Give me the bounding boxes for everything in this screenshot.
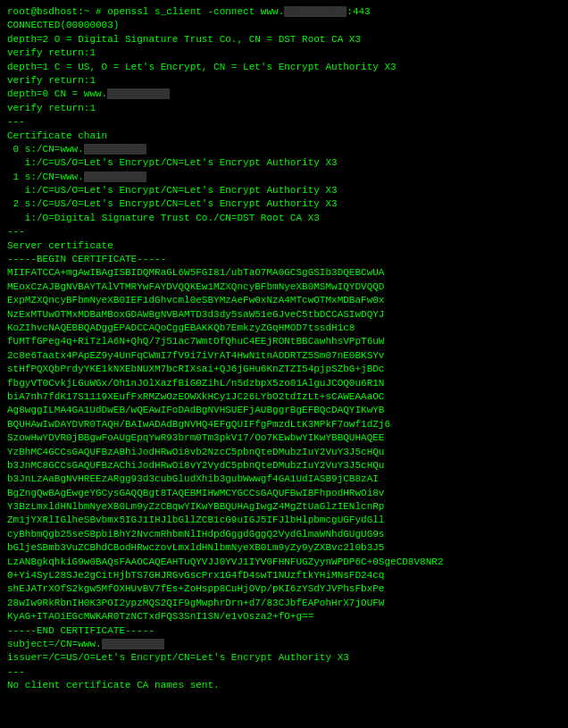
redacted-domain-1: XXXXXXXXXX [284, 6, 347, 17]
line-chain-2i: i:/O=Digital Signature Trust Co./CN=DST … [7, 212, 561, 225]
line-verify3: verify return:1 [7, 102, 561, 115]
line-verify1: verify return:1 [7, 46, 561, 60]
line-depth2: depth=2 O = Digital Signature Trust Co.,… [7, 33, 561, 46]
line-sep3: --- [7, 665, 561, 679]
line-command: root@bsdhost:~ # openssl s_client -conne… [7, 5, 561, 19]
cert-line-1: MIIFATCCA+mgAwIBAgISBIDQMRaGL6W5FGI81/ub… [7, 266, 561, 280]
cert-line-15: b3JnMC8GCCsGAQUFBzAChiJodHRwOi8vY2VydC5p… [7, 459, 561, 473]
cert-line-10: biA7nh7fdK17S1119XEufFxRMZwOzEOWXkHCy1JC… [7, 390, 561, 404]
line-cert-chain-header: Certificate chain [7, 130, 561, 143]
line-chain-1s: 1 s:/CN=www.XXXXXXXXXX [7, 171, 561, 184]
line-chain-1i: i:/C=US/O=Let's Encrypt/CN=Let's Encrypt… [7, 184, 561, 197]
cert-line-19: Zm1jYXRlIGlheSBvbmx5IGJ1IHJlbGllZCB1cG9u… [7, 514, 561, 527]
cert-line-21: bGljeSBmb3VuZCBhdCBodHRwczovLmxldHNlbmNy… [7, 541, 561, 555]
cert-line-24: shEJATrXOfS2kgw5MfOXHUvBV7fEs+ZoHspp8CuH… [7, 582, 561, 596]
cert-line-11: Ag8wggILMA4GA1UdDwEB/wQEAwIFoDAdBgNVHSUE… [7, 404, 561, 417]
line-depth1: depth=1 C = US, O = Let's Encrypt, CN = … [7, 61, 561, 74]
line-sep1: --- [7, 115, 561, 129]
cert-line-26: KyAG+ITAOiEGcMWKAR0TzNCTxdFQS3SnI1SN/e1v… [7, 610, 561, 623]
line-chain-0s: 0 s:/CN=www.XXXXXXXXXX [7, 143, 561, 156]
line-depth0: depth=0 CN = www.XXXXXXXXXX [7, 88, 561, 101]
cert-line-5: KoZIhvcNAQEBBQADggEPADCCAQoCggEBAKKQb7Em… [7, 322, 561, 335]
line-end-cert: -----END CERTIFICATE----- [7, 624, 561, 638]
redacted-domain-2: XXXXXXXXXX [107, 88, 170, 99]
line-begin-cert: -----BEGIN CERTIFICATE----- [7, 253, 561, 266]
line-sep2: --- [7, 225, 561, 238]
cert-line-18: Y3BzLmxldHNlbmNyeXB0Lm9yZzCBqwYIKwYBBQUH… [7, 500, 561, 514]
cert-line-25: 28wIw9RkRbnIH0K3POI2ypzMQS2QIF9gMwphrDrn… [7, 597, 561, 610]
cert-line-14: YzBhMC4GCCsGAQUFBzABhiJodHRwOi8vb2NzcC5p… [7, 446, 561, 459]
redacted-domain-3: XXXXXXXXXX [84, 144, 146, 155]
redacted-domain-5: XXXXXXXXXX [102, 639, 164, 649]
cert-line-8: stHfPQXQbPrdyYKE1kNXEbNUXM7bcRIXsai+QJ6j… [7, 363, 561, 376]
cert-line-3: ExpMZXQncyBFbmNyeXB0IEF1dGhvcml0eSBYMzAe… [7, 294, 561, 307]
line-connected: CONNECTED(00000003) [7, 19, 561, 32]
cert-line-4: NzExMTUwOTMxMDBaMBoxGDAWBgNVBAMTD3d3dy5s… [7, 308, 561, 322]
cert-line-17: BgZngQwBAgEwgeYGCysGAQQBgt8TAQEBMIHWMCYG… [7, 487, 561, 500]
cert-line-23: 0+Yi4SyL28SJe2gCitHjbTS7GHJRGvGscPrx1G4f… [7, 569, 561, 582]
line-issuer: issuer=/C=US/O=Let's Encrypt/CN=Let's En… [7, 651, 561, 665]
cert-line-13: SzowHwYDVR0jBBgwFoAUgEpqYwR93brm0Tm3pkV1… [7, 431, 561, 445]
line-verify2: verify return:1 [7, 74, 561, 88]
cert-line-22: LzANBgkqhkiG9w0BAQsFAAOCAQEAHTuQYVJJ0YVJ… [7, 556, 561, 569]
terminal-window: root@bsdhost:~ # openssl s_client -conne… [0, 0, 568, 728]
cert-line-20: cyBhbmQgb25seSBpbiBhY2NvcmRhbmNlIHdpdGgg… [7, 528, 561, 541]
cert-line-6: fUMTfGPeg4q+RiTzlA6N+QhQ/7j51ac7WmtOfQhu… [7, 335, 561, 348]
cert-line-12: BQUHAwIwDAYDVR0TAQH/BAIwADAdBgNVHQ4EFgQU… [7, 418, 561, 431]
cert-line-9: fbgyVT0CvkjLGuWGx/Oh1nJOlXazfBiG0ZihL/n5… [7, 377, 561, 390]
cert-line-2: MEoxCzAJBgNVBAYTAlVTMRYwFAYDVQQKEw1MZXQn… [7, 280, 561, 294]
line-subject: subject=/CN=www.XXXXXXXXXX [7, 638, 561, 651]
redacted-domain-4: XXXXXXXXXX [84, 172, 146, 182]
line-no-client-cert: No client certificate CA names sent. [7, 679, 561, 692]
line-chain-0i: i:/C=US/O=Let's Encrypt/CN=Let's Encrypt… [7, 156, 561, 170]
cert-line-7: 2c8e6Taatx4PApEZ9y4UnFqCWmI7fV9i7iVrAT4H… [7, 349, 561, 363]
cert-line-16: b3JnLzAaBgNVHREEzARgg93d3cubGludXhib3gub… [7, 473, 561, 486]
line-server-cert-header: Server certificate [7, 239, 561, 253]
line-chain-2s: 2 s:/C=US/O=Let's Encrypt/CN=Let's Encry… [7, 197, 561, 211]
